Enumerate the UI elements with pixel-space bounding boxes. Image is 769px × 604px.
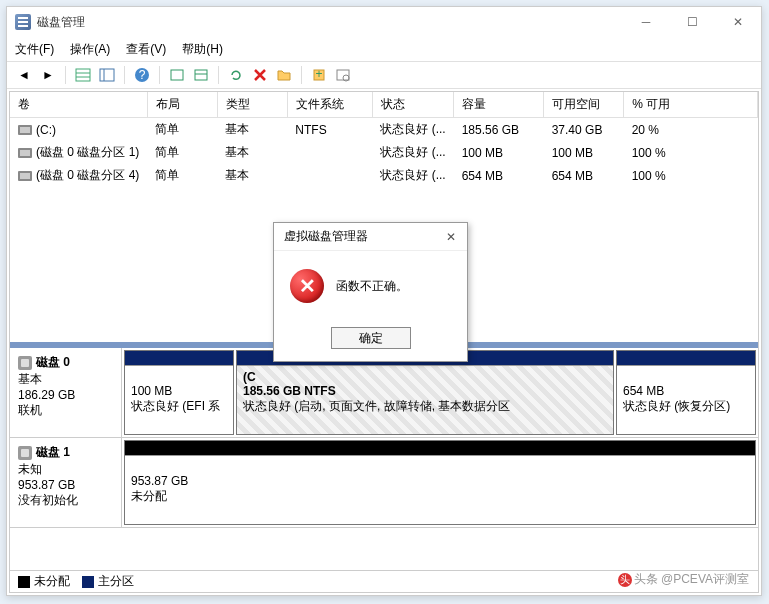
disk-type: 基本 [18, 371, 113, 388]
partition-c[interactable]: (C 185.56 GB NTFS 状态良好 (启动, 页面文件, 故障转储, … [236, 350, 614, 435]
properties-icon[interactable] [190, 64, 212, 86]
volume-icon [18, 125, 32, 135]
error-dialog: 虚拟磁盘管理器 ✕ ✕ 函数不正确。 确定 [273, 222, 468, 362]
disk-status: 联机 [18, 402, 113, 419]
action-icon[interactable] [166, 64, 188, 86]
partition[interactable]: 100 MB 状态良好 (EFI 系 [124, 350, 234, 435]
table-row[interactable]: (磁盘 0 磁盘分区 4)简单基本状态良好 (...654 MB654 MB10… [10, 164, 758, 187]
refresh-icon[interactable] [225, 64, 247, 86]
col-status[interactable]: 状态 [372, 92, 453, 118]
maximize-button[interactable]: ☐ [669, 7, 715, 37]
menubar: 文件(F) 操作(A) 查看(V) 帮助(H) [7, 37, 761, 61]
menu-view[interactable]: 查看(V) [126, 41, 166, 58]
part-status: 未分配 [131, 488, 749, 505]
titlebar: 磁盘管理 ─ ☐ ✕ [7, 7, 761, 37]
partition-unallocated[interactable]: 953.87 GB 未分配 [124, 440, 756, 525]
part-status: 状态良好 (启动, 页面文件, 故障转储, 基本数据分区 [243, 398, 607, 415]
col-capacity[interactable]: 容量 [454, 92, 544, 118]
help-icon[interactable]: ? [131, 64, 153, 86]
col-layout[interactable]: 布局 [147, 92, 217, 118]
disk-status: 没有初始化 [18, 492, 113, 509]
dialog-close-icon[interactable]: ✕ [441, 227, 461, 247]
disk-map: 磁盘 0 基本 186.29 GB 联机 100 MB 状态良好 (EFI 系 [10, 342, 758, 570]
legend-unallocated: 未分配 [34, 574, 70, 588]
partition[interactable]: 654 MB 状态良好 (恢复分区) [616, 350, 756, 435]
part-status: 状态良好 (EFI 系 [131, 398, 227, 415]
volume-icon [18, 171, 32, 181]
part-size: 654 MB [623, 384, 749, 398]
disk-type: 未知 [18, 461, 113, 478]
view-list-icon[interactable] [72, 64, 94, 86]
disk-row-1[interactable]: 磁盘 1 未知 953.87 GB 没有初始化 953.87 GB 未分配 [10, 438, 758, 528]
part-size: 185.56 GB NTFS [243, 384, 607, 398]
watermark: 头头条 @PCEVA评测室 [618, 571, 749, 588]
back-icon[interactable]: ◄ [13, 64, 35, 86]
settings-icon[interactable] [332, 64, 354, 86]
disk-name: 磁盘 1 [36, 445, 70, 459]
close-button[interactable]: ✕ [715, 7, 761, 37]
ok-button[interactable]: 确定 [331, 327, 411, 349]
col-free[interactable]: 可用空间 [544, 92, 624, 118]
part-size: 953.87 GB [131, 474, 749, 488]
part-size: 100 MB [131, 384, 227, 398]
disk-size: 953.87 GB [18, 478, 113, 492]
app-icon [15, 14, 31, 30]
disk-icon [18, 356, 32, 370]
new-icon[interactable]: + [308, 64, 330, 86]
svg-rect-8 [195, 70, 207, 80]
col-type[interactable]: 类型 [217, 92, 287, 118]
window-title: 磁盘管理 [37, 14, 85, 31]
folder-icon[interactable] [273, 64, 295, 86]
part-label: (C [243, 370, 607, 384]
disk-name: 磁盘 0 [36, 355, 70, 369]
menu-action[interactable]: 操作(A) [70, 41, 110, 58]
view-detail-icon[interactable] [96, 64, 118, 86]
svg-rect-0 [76, 69, 90, 81]
col-pct[interactable]: % 可用 [624, 92, 758, 118]
dialog-title: 虚拟磁盘管理器 [284, 228, 368, 245]
legend-unallocated-icon [18, 576, 30, 588]
col-fs[interactable]: 文件系统 [287, 92, 372, 118]
table-row[interactable]: (磁盘 0 磁盘分区 1)简单基本状态良好 (...100 MB100 MB10… [10, 141, 758, 164]
part-status: 状态良好 (恢复分区) [623, 398, 749, 415]
svg-rect-7 [171, 70, 183, 80]
dialog-message: 函数不正确。 [336, 278, 408, 295]
svg-rect-3 [100, 69, 114, 81]
legend-primary-icon [82, 576, 94, 588]
col-volume[interactable]: 卷 [10, 92, 147, 118]
toutiao-icon: 头 [618, 573, 632, 587]
menu-help[interactable]: 帮助(H) [182, 41, 223, 58]
volume-icon [18, 148, 32, 158]
delete-icon[interactable] [249, 64, 271, 86]
table-row[interactable]: (C:)简单基本NTFS状态良好 (...185.56 GB37.40 GB20… [10, 118, 758, 142]
error-icon: ✕ [290, 269, 324, 303]
svg-text:+: + [315, 67, 322, 81]
forward-icon[interactable]: ► [37, 64, 59, 86]
legend-primary: 主分区 [98, 574, 134, 588]
disk-icon [18, 446, 32, 460]
svg-text:?: ? [139, 68, 146, 82]
toolbar: ◄ ► ? + [7, 61, 761, 89]
menu-file[interactable]: 文件(F) [15, 41, 54, 58]
disk-size: 186.29 GB [18, 388, 113, 402]
minimize-button[interactable]: ─ [623, 7, 669, 37]
